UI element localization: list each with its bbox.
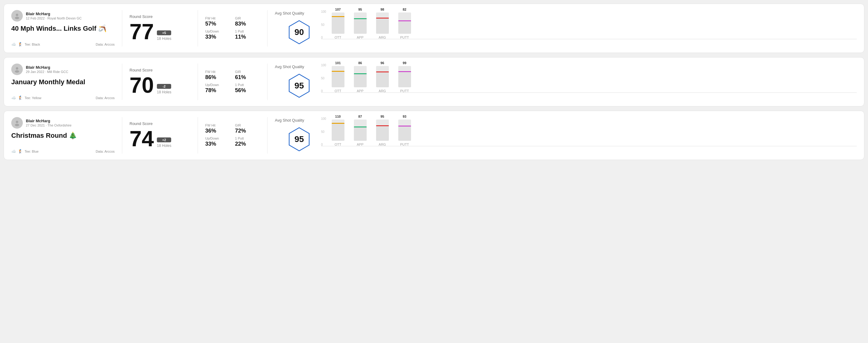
user-name: Blair McHarg — [26, 65, 68, 70]
fw-hit-label: FW Hit — [205, 123, 230, 127]
round-card: Blair McHarg 29 Jan 2022 · Mill Ride GCC… — [4, 57, 864, 106]
bar-wrapper — [398, 66, 411, 87]
bar-label: ARG — [379, 89, 386, 93]
tee-info: ☁️ 🏌️ Tee: Yellow — [11, 95, 41, 100]
bar-label: ARG — [379, 36, 386, 39]
score-row: 74 +2 18 Holes — [129, 128, 190, 150]
flag-icon: 🏌️ — [18, 42, 23, 46]
fw-hit-value: 57% — [205, 21, 230, 27]
bar-value: 99 — [403, 61, 406, 65]
svg-point-2 — [16, 67, 18, 70]
round-title: January Monthly Medal — [11, 78, 115, 86]
score-section: Round Score 74 +2 18 Holes — [129, 117, 190, 154]
round-title: 40 Mph Winds... Links Golf 🪃 — [11, 25, 115, 33]
data-source: Data: Arccos — [96, 42, 115, 46]
updown-label: Up/Down — [205, 136, 230, 140]
bar-value: 86 — [358, 61, 362, 65]
data-source: Data: Arccos — [96, 150, 115, 153]
svg-point-5 — [15, 124, 19, 126]
bar-group: 99 PUTT — [396, 61, 413, 93]
fw-hit-label: FW Hit — [205, 70, 230, 73]
score-label: Round Score — [129, 14, 190, 19]
section-divider — [122, 117, 122, 154]
bar-wrapper — [354, 66, 367, 87]
updown-value: 33% — [205, 34, 230, 40]
tee-info: ☁️ 🏌️ Tee: Black — [11, 42, 40, 46]
tee-label: Tee: Yellow — [25, 96, 41, 100]
updown-label: Up/Down — [205, 30, 230, 33]
round-footer: ☁️ 🏌️ Tee: Yellow Data: Arccos — [11, 95, 115, 100]
quality-label: Avg Shot Quality — [275, 11, 304, 15]
chart-section: 100 50 0 110 OTT 87 — [323, 117, 857, 154]
left-section: Blair McHarg 29 Jan 2022 · Mill Ride GCC… — [11, 64, 115, 100]
gir-stat: GIR 72% — [235, 123, 260, 134]
gir-value: 72% — [235, 128, 260, 134]
gir-value: 61% — [235, 74, 260, 81]
bar-label: APP — [356, 36, 363, 39]
oneputt-value: 22% — [235, 141, 260, 147]
quality-label: Avg Shot Quality — [275, 64, 304, 69]
stats-grid: FW Hit 86% GIR 61% Up/Down 78% 1 Putt 56… — [205, 70, 260, 94]
score-number: 77 — [129, 21, 154, 42]
user-name: Blair McHarg — [26, 119, 71, 123]
stats-section: FW Hit 57% GIR 83% Up/Down 33% 1 Putt 11… — [205, 10, 260, 46]
updown-value: 78% — [205, 87, 230, 94]
bar-group: 95 ARG — [374, 115, 391, 146]
svg-point-0 — [16, 14, 18, 16]
score-badge: +2 — [157, 137, 171, 142]
oneputt-stat: 1 Putt 22% — [235, 136, 260, 147]
score-label: Round Score — [129, 121, 190, 126]
bar-label: APP — [356, 89, 363, 93]
bar-label: OTT — [335, 143, 341, 146]
gir-label: GIR — [235, 70, 260, 73]
bar-group: 95 APP — [352, 8, 369, 39]
section-divider-3 — [267, 64, 268, 100]
score-badge-holes: -2 18 Holes — [157, 84, 171, 96]
bar-value: 98 — [380, 8, 384, 11]
round-card: Blair McHarg 27 Dec 2021 · The Oxfordshi… — [4, 111, 864, 160]
score-badge: -2 — [157, 84, 171, 89]
bar-value: 96 — [380, 61, 384, 65]
holes-text: 18 Holes — [157, 90, 171, 94]
score-section: Round Score 70 -2 18 Holes — [129, 64, 190, 100]
bar-chart: 100 50 0 101 OTT 86 — [330, 64, 857, 100]
bar-value: 107 — [335, 8, 341, 11]
bar-group: 110 OTT — [330, 115, 346, 146]
round-footer: ☁️ 🏌️ Tee: Blue Data: Arccos — [11, 149, 115, 154]
score-badge: +5 — [157, 30, 171, 35]
bar-wrapper — [398, 120, 411, 141]
user-date-course: 29 Jan 2022 · Mill Ride GCC — [26, 70, 68, 73]
svg-point-3 — [15, 70, 19, 73]
fw-hit-value: 36% — [205, 128, 230, 134]
round-footer: ☁️ 🏌️ Tee: Black Data: Arccos — [11, 42, 115, 46]
user-date-course: 12 Feb 2022 · Royal North Devon GC — [26, 17, 82, 20]
left-section: Blair McHarg 27 Dec 2021 · The Oxfordshi… — [11, 117, 115, 154]
bar-value: 93 — [403, 115, 406, 118]
bar-label: ARG — [379, 143, 386, 146]
gir-value: 83% — [235, 21, 260, 27]
oneputt-label: 1 Putt — [235, 30, 260, 33]
chart-y-axis: 100 50 0 — [321, 64, 326, 93]
bar-chart: 100 50 0 107 OTT 95 — [330, 10, 857, 46]
bar-label: PUTT — [400, 143, 409, 146]
quality-score: 90 — [294, 27, 304, 37]
score-section: Round Score 77 +5 18 Holes — [129, 10, 190, 46]
oneputt-stat: 1 Putt 11% — [235, 30, 260, 40]
flag-icon: 🏌️ — [18, 95, 23, 100]
section-divider-2 — [197, 117, 198, 154]
bar-group: 93 PUTT — [396, 115, 413, 146]
tee-info: ☁️ 🏌️ Tee: Blue — [11, 149, 39, 154]
round-title: Christmas Round 🎄 — [11, 132, 115, 139]
bar-label: OTT — [335, 36, 341, 39]
chart-y-axis: 100 50 0 — [321, 10, 326, 39]
oneputt-label: 1 Putt — [235, 136, 260, 140]
quality-section: Avg Shot Quality 95 — [275, 64, 323, 100]
bar-group: 86 APP — [352, 61, 369, 93]
bar-group: 82 PUTT — [396, 8, 413, 39]
fw-hit-stat: FW Hit 86% — [205, 70, 230, 81]
bar-value: 87 — [358, 115, 362, 118]
section-divider-3 — [267, 117, 268, 154]
quality-label: Avg Shot Quality — [275, 118, 304, 123]
fw-hit-label: FW Hit — [205, 17, 230, 20]
oneputt-value: 11% — [235, 34, 260, 40]
